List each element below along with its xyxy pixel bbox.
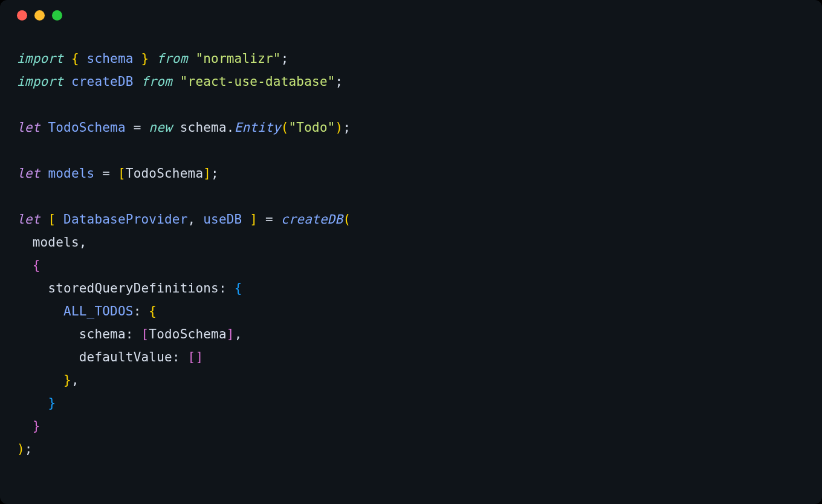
brace: } xyxy=(48,396,56,410)
semicolon: ; xyxy=(25,442,33,456)
brace: { xyxy=(71,51,79,66)
identifier-schema: schema xyxy=(87,51,134,66)
comma: , xyxy=(79,235,87,250)
bracket: [ xyxy=(188,350,196,364)
property-defaultValue: defaultValue xyxy=(79,350,172,364)
identifier-TodoSchema: TodoSchema xyxy=(149,327,226,341)
keyword-import: import xyxy=(17,51,63,66)
window-titlebar xyxy=(0,0,822,30)
keyword-from: from xyxy=(141,74,172,89)
close-window-button[interactable] xyxy=(17,10,27,21)
brace: } xyxy=(63,373,71,387)
paren: ) xyxy=(335,120,343,135)
paren: ( xyxy=(281,120,289,135)
colon: : xyxy=(219,281,227,296)
brace: { xyxy=(235,281,242,296)
bracket: [ xyxy=(118,166,126,181)
semicolon: ; xyxy=(211,166,219,181)
equals: = xyxy=(102,166,110,181)
brace: } xyxy=(141,51,149,66)
colon: : xyxy=(134,304,141,318)
colon: : xyxy=(126,327,134,341)
property-storedQueryDefinitions: storedQueryDefinitions xyxy=(48,281,219,296)
identifier-useDB: useDB xyxy=(203,212,242,227)
code-editor-window: import { schema } from "normalizr"; impo… xyxy=(0,0,822,504)
brace: } xyxy=(33,419,40,433)
method-Entity: Entity xyxy=(235,120,281,135)
semicolon: ; xyxy=(335,74,343,89)
semicolon: ; xyxy=(343,120,351,135)
string-literal: "Todo" xyxy=(289,120,335,135)
keyword-from: from xyxy=(157,51,187,66)
identifier-TodoSchema: TodoSchema xyxy=(126,166,203,181)
semicolon: ; xyxy=(281,51,289,66)
code-content[interactable]: import { schema } from "normalizr"; impo… xyxy=(0,30,822,477)
comma: , xyxy=(188,212,196,227)
maximize-window-button[interactable] xyxy=(52,10,62,21)
bracket: ] xyxy=(203,166,211,181)
bracket: ] xyxy=(227,327,235,341)
dot: . xyxy=(227,120,235,135)
identifier-DatabaseProvider: DatabaseProvider xyxy=(63,212,188,227)
identifier-createDB: createDB xyxy=(71,74,134,89)
identifier-schema: schema xyxy=(180,120,227,135)
bracket: [ xyxy=(48,212,56,227)
paren: ( xyxy=(343,212,351,227)
minimize-window-button[interactable] xyxy=(34,10,45,21)
keyword-let: let xyxy=(17,166,40,181)
string-literal: "react-use-database" xyxy=(180,74,335,89)
brace: { xyxy=(149,304,157,318)
string-literal: "normalizr" xyxy=(195,51,280,66)
keyword-let: let xyxy=(17,212,40,227)
identifier-TodoSchema: TodoSchema xyxy=(48,120,125,135)
bracket: ] xyxy=(195,350,203,364)
keyword-import: import xyxy=(17,74,63,89)
property-ALL_TODOS: ALL_TODOS xyxy=(63,304,134,318)
identifier-models: models xyxy=(33,235,79,250)
keyword-let: let xyxy=(17,120,40,135)
property-schema: schema xyxy=(79,327,126,341)
comma: , xyxy=(235,327,242,341)
colon: : xyxy=(172,350,180,364)
function-call-createDB: createDB xyxy=(281,212,343,227)
identifier-models: models xyxy=(48,166,94,181)
brace: { xyxy=(33,258,40,273)
equals: = xyxy=(265,212,273,227)
bracket: [ xyxy=(141,327,149,341)
equals: = xyxy=(134,120,141,135)
keyword-new: new xyxy=(149,120,172,135)
bracket: ] xyxy=(250,212,257,227)
comma: , xyxy=(71,373,79,387)
paren: ) xyxy=(17,442,25,456)
